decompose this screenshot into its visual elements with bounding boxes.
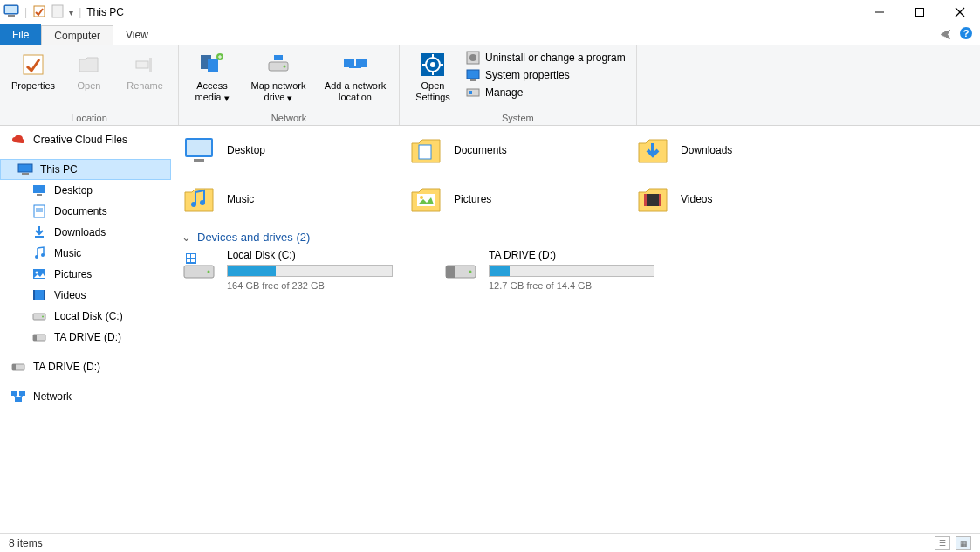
uninstall-program-button[interactable]: Uninstall or change a program xyxy=(466,51,626,65)
creative-cloud-icon xyxy=(10,133,26,147)
collapse-ribbon-icon[interactable]: ⮜ xyxy=(940,28,952,42)
titlebar: | ▾ | This PC xyxy=(0,0,980,24)
open-settings-button[interactable]: Open Settings xyxy=(407,49,459,105)
sidebar-item-desktop[interactable]: Desktop xyxy=(0,180,171,201)
drives-section-header[interactable]: ⌄ Devices and drives (2) xyxy=(180,231,971,244)
sidebar-item-label: Videos xyxy=(54,289,86,301)
svg-rect-35 xyxy=(469,91,472,94)
tab-view[interactable]: View xyxy=(113,24,161,45)
rename-button: Rename xyxy=(119,49,171,93)
blank-doc-icon[interactable] xyxy=(51,4,64,21)
svg-rect-58 xyxy=(19,391,25,396)
sidebar-item-ta-drive-root[interactable]: TA DRIVE (D:) xyxy=(0,356,171,377)
svg-rect-78 xyxy=(187,259,190,262)
help-icon[interactable]: ? xyxy=(959,26,973,43)
uninstall-icon xyxy=(466,51,480,65)
drive-free-text: 164 GB free of 232 GB xyxy=(227,280,424,291)
svg-rect-4 xyxy=(52,5,63,17)
sidebar-item-label: TA DRIVE (D:) xyxy=(33,361,100,373)
tiles-view-button[interactable]: ▦ xyxy=(956,536,971,550)
close-button[interactable] xyxy=(940,0,980,24)
maximize-button[interactable] xyxy=(900,0,940,24)
system-properties-button[interactable]: System properties xyxy=(466,68,626,82)
folder-item-desktop[interactable]: Desktop xyxy=(180,126,389,175)
folder-item-label: Pictures xyxy=(454,193,491,205)
folder-item-documents[interactable]: Documents xyxy=(407,126,616,175)
svg-rect-11 xyxy=(24,55,43,74)
qat-dropdown-icon[interactable]: ▾ xyxy=(69,8,73,17)
svg-rect-79 xyxy=(191,259,195,262)
sidebar-item-local-disk[interactable]: Local Disk (C:) xyxy=(0,306,171,327)
drive-item-local-disk[interactable]: Local Disk (C:) 164 GB free of 232 GB xyxy=(180,249,424,291)
videos-icon xyxy=(634,182,672,217)
sidebar-item-downloads[interactable]: Downloads xyxy=(0,222,171,243)
sidebar-item-label: This PC xyxy=(40,163,78,176)
minimize-button[interactable] xyxy=(860,0,900,24)
folder-item-downloads[interactable]: Downloads xyxy=(634,126,843,175)
desktop-icon xyxy=(31,183,47,197)
ribbon: Properties Open Rename Location xyxy=(0,45,980,126)
drive-item-ta-drive[interactable]: TA DRIVE (D:) 12.7 GB free of 14.4 GB xyxy=(442,249,686,291)
drive-capacity-bar xyxy=(489,265,654,277)
svg-rect-49 xyxy=(33,290,35,300)
tab-computer[interactable]: Computer xyxy=(41,25,113,45)
settings-icon xyxy=(419,51,447,79)
svg-rect-50 xyxy=(44,290,45,300)
window-controls xyxy=(860,0,980,24)
drive-icon xyxy=(180,249,218,284)
access-media-button[interactable]: Access media ▾ xyxy=(186,49,238,106)
svg-rect-48 xyxy=(33,290,45,300)
folder-item-videos[interactable]: Videos xyxy=(634,175,843,224)
open-icon xyxy=(75,51,103,79)
svg-rect-12 xyxy=(136,61,148,68)
content-pane: Desktop Documents Downloads Music Pictur… xyxy=(171,126,980,533)
tab-file[interactable]: File xyxy=(0,24,41,45)
sidebar-item-label: Creative Cloud Files xyxy=(33,134,127,146)
folder-item-pictures[interactable]: Pictures xyxy=(407,175,616,224)
sidebar-item-creative-cloud[interactable]: Creative Cloud Files xyxy=(0,129,171,150)
svg-rect-54 xyxy=(33,335,37,341)
sidebar-item-music[interactable]: Music xyxy=(0,243,171,264)
details-view-button[interactable]: ☰ xyxy=(935,536,950,550)
svg-point-45 xyxy=(41,253,45,257)
svg-rect-57 xyxy=(11,391,17,396)
status-item-count: 8 items xyxy=(9,537,43,549)
quick-access-toolbar: | ▾ | xyxy=(3,4,81,21)
properties-icon[interactable] xyxy=(32,4,46,21)
map-network-drive-button[interactable]: Map network drive ▾ xyxy=(242,49,315,106)
qat-divider: | xyxy=(79,6,81,18)
sidebar-item-pictures[interactable]: Pictures xyxy=(0,264,171,285)
rename-icon xyxy=(131,51,159,79)
sidebar-item-this-pc[interactable]: This PC xyxy=(0,159,171,180)
svg-text:?: ? xyxy=(963,28,970,38)
add-network-location-button[interactable]: Add a network location xyxy=(319,49,392,105)
ribbon-group-network: Access media ▾ Map network drive ▾ Add a… xyxy=(179,45,400,125)
svg-line-61 xyxy=(18,396,23,397)
svg-point-31 xyxy=(469,54,476,61)
svg-point-66 xyxy=(191,202,196,207)
properties-button[interactable]: Properties xyxy=(7,49,59,93)
drive-capacity-bar xyxy=(227,265,393,277)
svg-rect-72 xyxy=(659,194,661,206)
svg-rect-33 xyxy=(470,79,476,81)
sidebar-item-label: Music xyxy=(54,247,81,259)
svg-rect-36 xyxy=(18,164,32,172)
svg-point-18 xyxy=(284,66,286,68)
sidebar-item-label: Local Disk (C:) xyxy=(54,310,123,322)
folder-item-label: Music xyxy=(227,193,254,205)
folder-item-music[interactable]: Music xyxy=(180,175,389,224)
sidebar-item-network[interactable]: Network xyxy=(0,386,171,407)
svg-rect-39 xyxy=(37,194,42,196)
usb-drive-icon xyxy=(442,249,480,284)
manage-button[interactable]: Manage xyxy=(466,86,626,100)
sidebar-item-videos[interactable]: Videos xyxy=(0,285,171,306)
sidebar-item-ta-drive[interactable]: TA DRIVE (D:) xyxy=(0,327,171,348)
sidebar-item-label: Documents xyxy=(54,205,107,217)
ribbon-group-label: Network xyxy=(186,111,392,123)
chevron-down-icon: ⌄ xyxy=(180,231,192,244)
svg-rect-81 xyxy=(446,266,455,278)
desktop-icon xyxy=(180,133,218,168)
ribbon-group-label: Location xyxy=(7,111,171,123)
sidebar-item-documents[interactable]: Documents xyxy=(0,201,171,222)
navigation-pane: Creative Cloud Files This PC Desktop Doc… xyxy=(0,126,171,533)
